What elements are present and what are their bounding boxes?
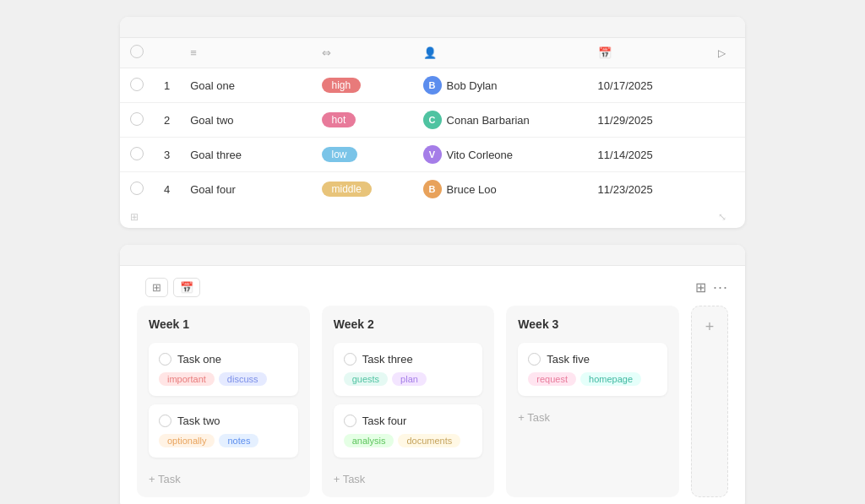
board-column-2: Week 2 Task three guestsplan Task four a… — [322, 306, 495, 497]
task-name: Task five — [547, 353, 590, 366]
add-task-label: + Task — [334, 473, 366, 485]
task-tags: analysisdocuments — [344, 434, 473, 447]
task-tag[interactable]: notes — [219, 434, 258, 447]
board-column-3: Week 3 Task five requesthomepage + Task — [506, 306, 679, 497]
task-tag[interactable]: analysis — [344, 434, 394, 447]
collaborator-cell: B Bob Dylan — [413, 68, 588, 103]
col-priority-header: ⇔ — [312, 38, 413, 68]
add-task-button[interactable]: + Task — [334, 469, 483, 489]
collaborator-content: V Vito Corleone — [423, 145, 578, 164]
priority-badge[interactable]: high — [322, 78, 362, 93]
row-check-circle[interactable] — [130, 112, 144, 126]
collaborator-cell: V Vito Corleone — [413, 138, 588, 172]
priority-cell: hot — [312, 103, 413, 138]
task-tag[interactable]: optionally — [159, 434, 215, 447]
more-options-button[interactable]: ··· — [713, 279, 728, 296]
task-tag[interactable]: documents — [398, 434, 460, 447]
column-title: Week 1 — [149, 317, 298, 331]
row-check-cell — [120, 138, 154, 172]
footer-empty — [180, 206, 708, 228]
collab-col-icon: 👤 — [423, 46, 437, 59]
header-check-circle — [130, 45, 144, 58]
footer-resize-icon: ⤡ — [708, 206, 745, 228]
priority-badge[interactable]: hot — [322, 112, 356, 127]
column-title: Week 2 — [334, 317, 483, 331]
task-checkbox[interactable] — [344, 415, 356, 427]
task-title-row: Task one — [159, 353, 288, 366]
task-card: Task four analysisdocuments — [334, 404, 483, 458]
footer-filter-icon: ⊞ — [120, 206, 180, 228]
row-number: 2 — [154, 103, 180, 138]
milestones-section: ⊞ 📅 ⊞ ··· Week 1 Task one importantdiscu… — [120, 245, 745, 504]
deadline-cell: 11/14/2025 — [588, 138, 708, 172]
col-goals-header: ≡ — [180, 38, 311, 68]
board-header-left: ⊞ 📅 — [137, 278, 200, 297]
task-name: Task one — [177, 353, 221, 366]
task-checkbox[interactable] — [344, 353, 356, 366]
add-task-button[interactable]: + Task — [149, 469, 298, 489]
row-check-circle[interactable] — [130, 78, 144, 91]
table-row: 2 Goal two hot C Conan Barbarian 11/29/2… — [120, 103, 745, 138]
priority-cell: low — [312, 138, 413, 172]
column-title: Week 3 — [518, 317, 667, 331]
priority-badge[interactable]: low — [322, 147, 357, 162]
task-checkbox[interactable] — [159, 415, 171, 427]
row-extra — [708, 68, 745, 103]
row-extra — [708, 103, 745, 138]
task-tag[interactable]: homepage — [580, 372, 641, 386]
table-header-row: ≡ ⇔ 👤 — [120, 38, 745, 68]
collaborator-cell: C Conan Barbarian — [413, 103, 588, 138]
collaborator-name: Conan Barbarian — [447, 114, 530, 127]
board-columns: Week 1 Task one importantdiscuss Task tw… — [120, 306, 745, 497]
task-name: Task four — [362, 415, 407, 427]
priority-badge[interactable]: middle — [322, 182, 372, 197]
collaborator-name: Vito Corleone — [447, 149, 514, 161]
collaborator-content: B Bruce Loo — [423, 180, 578, 198]
row-check-cell — [120, 172, 154, 207]
task-tag[interactable]: important — [159, 372, 215, 386]
collaborator-content: B Bob Dylan — [423, 76, 578, 95]
task-tag[interactable]: request — [528, 372, 576, 386]
grid-view-button[interactable]: ⊞ — [145, 278, 168, 297]
task-title-row: Task four — [344, 415, 473, 427]
row-check-circle[interactable] — [130, 182, 144, 195]
goals-section: ≡ ⇔ 👤 — [120, 17, 745, 228]
goals-table: ≡ ⇔ 👤 — [120, 38, 745, 228]
collaborator-content: C Conan Barbarian — [423, 111, 578, 129]
collaborator-name: Bob Dylan — [447, 79, 498, 92]
task-card: Task one importantdiscuss — [149, 343, 298, 396]
add-task-button[interactable]: + Task — [518, 408, 667, 427]
row-check-circle[interactable] — [130, 147, 144, 160]
task-title-row: Task five — [528, 353, 657, 366]
collaborator-cell: B Bruce Loo — [413, 172, 588, 207]
row-extra — [708, 138, 745, 172]
priority-cell: middle — [312, 172, 413, 207]
task-card: Task five requesthomepage — [518, 343, 667, 396]
task-tags: optionallynotes — [159, 434, 288, 447]
board-header: ⊞ 📅 ⊞ ··· — [120, 266, 745, 306]
board-header-right: ⊞ ··· — [695, 279, 728, 296]
row-number: 1 — [154, 68, 180, 103]
task-tag[interactable]: discuss — [219, 372, 267, 386]
task-tag[interactable]: plan — [392, 372, 427, 386]
task-checkbox[interactable] — [159, 353, 171, 366]
deadline-cell: 11/23/2025 — [588, 172, 708, 207]
row-check-cell — [120, 68, 154, 103]
avatar: V — [423, 145, 442, 164]
avatar: B — [423, 76, 442, 95]
task-tag[interactable]: guests — [344, 372, 388, 386]
main-container: ≡ ⇔ 👤 — [120, 17, 745, 504]
goal-name: Goal two — [180, 103, 311, 138]
col-deadline-header: 📅 — [588, 38, 708, 68]
deadline-cell: 10/17/2025 — [588, 68, 708, 103]
layout-icon-button[interactable]: ⊞ — [695, 279, 706, 295]
add-column-button[interactable]: + — [691, 306, 728, 497]
row-number: 4 — [154, 172, 180, 207]
add-task-label: + Task — [149, 473, 181, 485]
priority-cell: high — [312, 68, 413, 103]
calendar-view-button[interactable]: 📅 — [173, 278, 200, 297]
task-checkbox[interactable] — [528, 353, 541, 366]
col-extra-header: ▷ — [708, 38, 745, 68]
board-column-1: Week 1 Task one importantdiscuss Task tw… — [137, 306, 310, 497]
task-title-row: Task two — [159, 415, 288, 427]
